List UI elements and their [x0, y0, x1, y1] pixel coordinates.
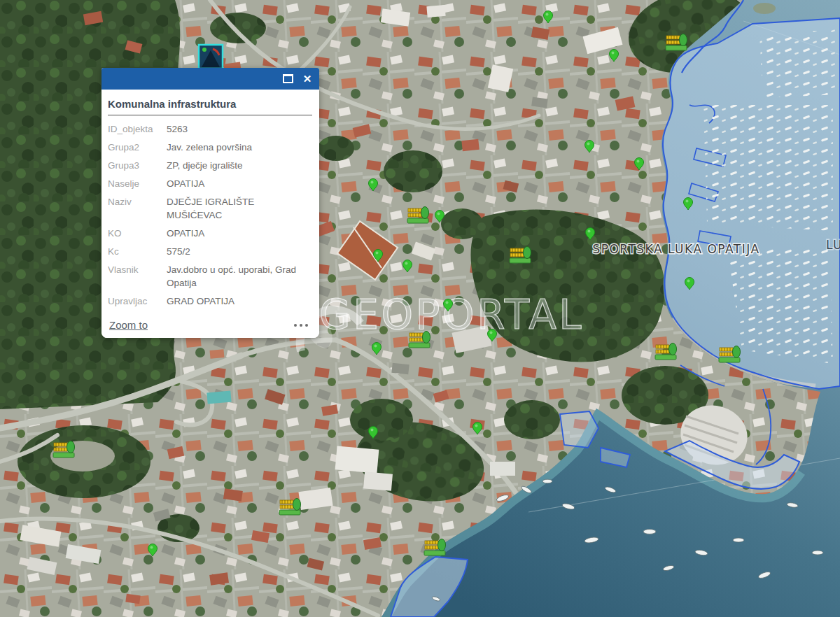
playground-marker-icon[interactable]	[53, 441, 75, 458]
field-label: Grupa3	[108, 159, 164, 172]
playground-marker-icon[interactable]	[407, 207, 429, 224]
field-row: KO OPATIJA	[108, 227, 312, 240]
field-row: Naselje OPATIJA	[108, 177, 312, 190]
popup-footer: Zoom to	[108, 319, 312, 331]
field-label: Naselje	[108, 177, 164, 190]
field-row: Grupa2 Jav. zelena površina	[108, 141, 312, 154]
field-value: 5263	[167, 122, 312, 136]
field-label: Upravljac	[108, 295, 164, 308]
field-value: Jav.dobro u opć. uporabi, Grad Opatija	[167, 263, 312, 290]
playground-marker-icon[interactable]	[510, 247, 531, 264]
close-icon[interactable]: ✕	[301, 73, 314, 85]
popup-title: Komunalna infrastruktura	[108, 98, 312, 110]
playground-marker-icon[interactable]	[655, 343, 677, 360]
selected-marker-thumbnail[interactable]	[199, 45, 223, 69]
playground-marker-icon[interactable]	[424, 539, 446, 556]
field-label: KO	[108, 227, 164, 240]
popup-titlebar[interactable]: ✕	[102, 68, 319, 90]
field-label: Vlasnik	[108, 263, 164, 290]
popup-body: Komunalna infrastruktura ID_objekta 5263…	[102, 90, 319, 338]
label-partial-lu: LU	[826, 238, 840, 252]
field-row: Kc 575/2	[108, 245, 312, 258]
field-label: Kc	[108, 245, 164, 258]
field-value: DJEČJE IGRALIŠTE MUŠIĆEVAC	[167, 195, 312, 222]
field-label: Grupa2	[108, 141, 164, 154]
attribute-table: ID_objekta 5263 Grupa2 Jav. zelena površ…	[108, 122, 312, 308]
field-row: ID_objekta 5263	[108, 122, 312, 136]
pool	[206, 391, 231, 404]
zoom-to-link[interactable]: Zoom to	[109, 319, 148, 331]
field-row: Grupa3 ZP, dječje igralište	[108, 159, 312, 172]
playground-marker-icon[interactable]	[666, 34, 687, 51]
field-row: Upravljac GRAD OPATIJA	[108, 295, 312, 308]
field-value: 575/2	[167, 245, 312, 258]
label-sportska-luka: SPORTSKA LUKA OPATIJA	[592, 242, 760, 256]
field-value: Jav. zelena površina	[167, 141, 312, 154]
playground-marker-icon[interactable]	[409, 332, 430, 348]
playground-marker-icon[interactable]	[279, 499, 301, 516]
svg-text:GEOPORTAL: GEOPORTAL	[319, 291, 584, 339]
feature-popup: ✕ Komunalna infrastruktura ID_objekta 52…	[102, 68, 319, 338]
field-label: ID_objekta	[108, 122, 164, 136]
field-row: Naziv DJEČJE IGRALIŠTE MUŠIĆEVAC	[108, 195, 312, 222]
maximize-icon[interactable]	[281, 73, 294, 85]
playground-marker-icon[interactable]	[719, 346, 741, 363]
field-row: Vlasnik Jav.dobro u opć. uporabi, Grad O…	[108, 263, 312, 290]
field-value: OPATIJA	[167, 227, 312, 240]
ellipsis-icon[interactable]	[291, 321, 311, 329]
title-divider	[108, 115, 312, 115]
field-label: Naziv	[108, 195, 164, 222]
field-value: ZP, dječje igralište	[167, 159, 312, 172]
field-value: GRAD OPATIJA	[167, 295, 312, 308]
field-value: OPATIJA	[167, 177, 312, 190]
